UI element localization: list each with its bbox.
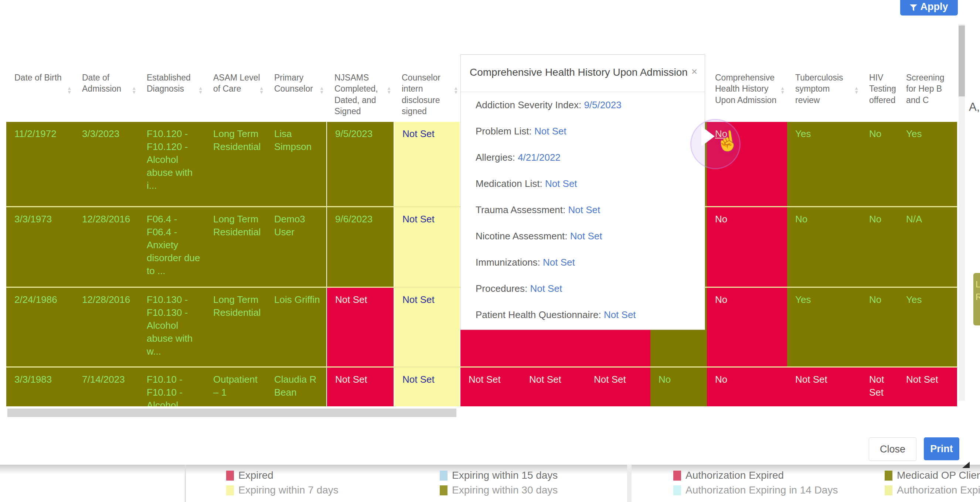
sort-arrows-icon[interactable]: ▲▼ bbox=[453, 86, 458, 94]
sort-arrows-icon[interactable]: ▲▼ bbox=[891, 86, 896, 94]
print-button[interactable]: Print bbox=[924, 437, 959, 460]
table-cell[interactable]: Not Set bbox=[326, 288, 393, 367]
table-cell[interactable]: F10.120 - F10.120 - Alcohol abuse with i… bbox=[138, 122, 205, 206]
health-history-popup: Comprehensive Health History Upon Admiss… bbox=[460, 54, 705, 330]
table-cell[interactable]: Not Set bbox=[393, 367, 460, 406]
popup-item-value[interactable]: Not Set bbox=[570, 230, 602, 241]
table-cell[interactable]: Long Term Residential bbox=[205, 207, 266, 287]
table-cell[interactable]: No bbox=[861, 122, 898, 206]
column-header[interactable]: Established Diagnosis▲▼ bbox=[138, 59, 205, 122]
panel-divider bbox=[627, 465, 632, 502]
table-cell[interactable]: N/A bbox=[898, 207, 957, 287]
table-cell[interactable]: Not Set bbox=[861, 367, 898, 406]
sort-arrows-icon[interactable]: ▲▼ bbox=[854, 86, 859, 94]
column-header[interactable]: Date of Admission▲▼ bbox=[74, 59, 138, 122]
column-header[interactable]: Date of Birth▲▼ bbox=[6, 59, 74, 122]
sort-arrows-icon[interactable]: ▲▼ bbox=[780, 86, 785, 94]
table-cell[interactable]: F10.10 - F10.10 - Alcohol bbox=[138, 367, 205, 406]
table-cell[interactable]: Not Set bbox=[393, 288, 460, 367]
close-icon[interactable]: × bbox=[691, 66, 697, 78]
table-cell[interactable]: Yes bbox=[787, 288, 861, 367]
table-cell[interactable]: 9/5/2023 bbox=[326, 122, 393, 206]
column-header[interactable]: Primary Counselor▲▼ bbox=[266, 59, 326, 122]
sort-arrows-icon[interactable]: ▲▼ bbox=[387, 86, 391, 94]
column-header: Screening for Hep B and C bbox=[898, 59, 957, 122]
column-header[interactable]: HIV Testing offered▲▼ bbox=[861, 59, 898, 122]
table-cell[interactable]: Not Set bbox=[326, 367, 393, 406]
table-cell[interactable]: Claudia R Bean bbox=[266, 367, 326, 406]
column-header[interactable]: ASAM Level of Care▲▼ bbox=[205, 59, 266, 122]
table-cell[interactable]: No bbox=[707, 207, 787, 287]
table-cell[interactable]: F10.130 - F10.130 - Alcohol abuse with w… bbox=[138, 288, 205, 367]
popup-item-value[interactable]: 4/21/2022 bbox=[518, 152, 561, 163]
table-cell[interactable]: Yes bbox=[898, 288, 957, 367]
sort-arrows-icon[interactable]: ▲▼ bbox=[259, 86, 264, 94]
legend-swatch bbox=[885, 470, 892, 481]
popup-item-value[interactable]: Not Set bbox=[530, 283, 562, 294]
cell-value: 3/3/1983 bbox=[14, 374, 52, 385]
sort-arrows-icon[interactable]: ▲▼ bbox=[67, 86, 72, 94]
popup-item-value[interactable]: 9/5/2023 bbox=[584, 99, 621, 110]
table-cell[interactable]: Yes bbox=[898, 122, 957, 206]
table-cell[interactable]: Not Set bbox=[393, 122, 460, 206]
table-cell[interactable]: 3/3/2023 bbox=[74, 122, 138, 206]
legend-item: Authorization Expired bbox=[673, 470, 784, 481]
table-cell[interactable]: Not Set bbox=[898, 367, 957, 406]
sort-arrows-icon[interactable]: ▲▼ bbox=[198, 86, 203, 94]
table-cell[interactable]: 9/6/2023 bbox=[326, 207, 393, 287]
column-header-label: Comprehensive Health History Upon Admiss… bbox=[715, 73, 776, 105]
table-cell[interactable]: 7/14/2023 bbox=[74, 367, 138, 406]
sort-arrows-icon[interactable]: ▲▼ bbox=[132, 86, 136, 94]
apply-filter-button[interactable]: Apply bbox=[900, 0, 958, 16]
cell-value: 9/5/2023 bbox=[335, 128, 372, 139]
vertical-scrollbar-track[interactable] bbox=[959, 24, 965, 401]
cell-value: Yes bbox=[795, 128, 811, 139]
table-cell[interactable]: 3/3/1973 bbox=[6, 207, 74, 287]
table-cell[interactable]: Not Set bbox=[460, 367, 521, 406]
popup-item-value[interactable]: Not Set bbox=[604, 309, 636, 320]
table-cell[interactable]: Not Set bbox=[586, 367, 651, 406]
table-cell[interactable]: Lois Griffin bbox=[266, 288, 326, 367]
cell-value: Not Set bbox=[906, 374, 938, 385]
table-cell[interactable]: No bbox=[707, 367, 787, 406]
table-cell[interactable]: Long Term Residential bbox=[205, 122, 266, 206]
column-header-label: ASAM Level of Care bbox=[213, 73, 260, 94]
table-cell[interactable]: No bbox=[861, 207, 898, 287]
table-cell[interactable]: No bbox=[861, 288, 898, 367]
table-cell[interactable]: 3/3/1983 bbox=[6, 367, 74, 406]
popup-item-value[interactable]: Not Set bbox=[535, 126, 566, 137]
table-cell[interactable]: 12/28/2016 bbox=[74, 207, 138, 287]
table-cell[interactable]: Not Set bbox=[787, 367, 861, 406]
column-header-label: NJSAMS Completed, Dated, and Signed bbox=[334, 73, 378, 116]
popup-item: Trauma Assessment: Not Set bbox=[476, 203, 705, 216]
column-header[interactable]: Comprehensive Health History Upon Admiss… bbox=[707, 59, 787, 122]
popup-item-value[interactable]: Not Set bbox=[543, 257, 575, 268]
table-cell[interactable]: 11/2/1972 bbox=[6, 122, 74, 206]
table-cell[interactable]: No bbox=[707, 288, 787, 367]
legend-swatch bbox=[885, 485, 892, 496]
table-cell[interactable]: Not Set bbox=[521, 367, 586, 406]
table-cell[interactable]: No bbox=[787, 207, 861, 287]
table-cell[interactable]: No bbox=[651, 367, 707, 406]
popup-item-value[interactable]: Not Set bbox=[568, 204, 600, 215]
clipped-side-tab: Lo R bbox=[974, 273, 980, 326]
table-cell[interactable]: Yes bbox=[787, 122, 861, 206]
table-cell[interactable]: Long Term Residential bbox=[205, 288, 266, 367]
horizontal-scrollbar-thumb[interactable] bbox=[7, 408, 457, 417]
cell-value: Not Set bbox=[469, 374, 501, 385]
table-cell[interactable]: Outpatient – 1 bbox=[205, 367, 266, 406]
cell-value: F10.10 - F10.10 - Alcohol bbox=[147, 374, 183, 406]
table-cell[interactable]: Not Set bbox=[393, 207, 460, 287]
column-header[interactable]: Counselor intern disclosure signed▲▼ bbox=[393, 59, 460, 122]
table-cell[interactable]: Demo3 User bbox=[266, 207, 326, 287]
column-header[interactable]: Tuberculosis symptom review▲▼ bbox=[787, 59, 861, 122]
table-cell[interactable]: F06.4 - F06.4 - Anxiety disorder due to … bbox=[138, 207, 205, 287]
column-header[interactable]: NJSAMS Completed, Dated, and Signed▲▼ bbox=[326, 59, 393, 122]
table-cell[interactable]: Lisa Simpson bbox=[266, 122, 326, 206]
table-cell[interactable]: 12/28/2016 bbox=[74, 288, 138, 367]
sort-arrows-icon[interactable]: ▲▼ bbox=[319, 86, 324, 94]
close-button[interactable]: Close bbox=[869, 437, 916, 461]
table-cell[interactable]: 2/24/1986 bbox=[6, 288, 74, 367]
vertical-scrollbar-thumb[interactable] bbox=[959, 25, 965, 97]
popup-item-value[interactable]: Not Set bbox=[545, 178, 577, 189]
